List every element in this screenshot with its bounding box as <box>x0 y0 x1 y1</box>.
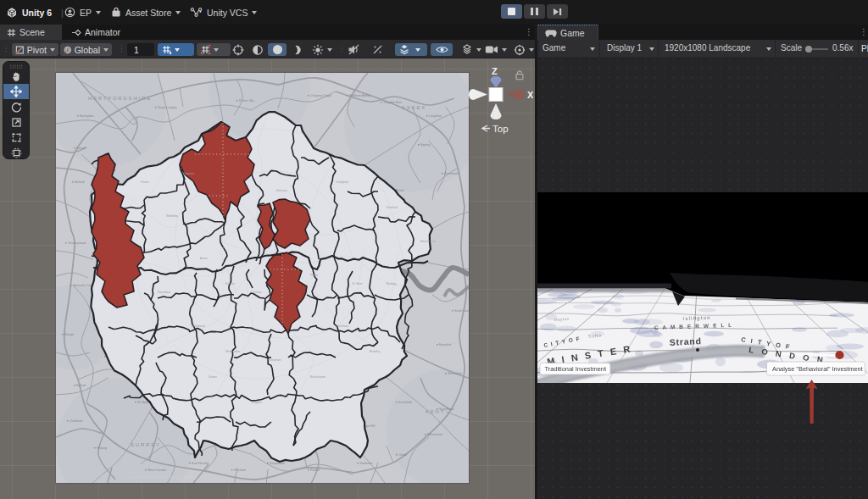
svg-text:Lewisham: Lewisham <box>336 324 348 328</box>
svg-text:Hornsey: Hornsey <box>276 189 287 192</box>
svg-text:Thoydon Bois: Thoydon Bois <box>383 101 402 104</box>
svg-text:Slough: Slough <box>64 333 74 336</box>
svg-text:Sutton: Sutton <box>209 375 217 379</box>
svg-text:Epping: Epping <box>420 143 430 147</box>
svg-text:Egham: Egham <box>76 384 86 387</box>
svg-text:Chelsea: Chelsea <box>251 291 262 294</box>
svg-text:Brentwood: Brentwood <box>444 172 459 175</box>
svg-text:Richmond: Richmond <box>192 324 204 328</box>
svg-text:Knockholt: Knockholt <box>398 401 412 404</box>
svg-text:Traditional Investment: Traditional Investment <box>545 365 606 373</box>
svg-text:Shoreham: Shoreham <box>448 372 462 375</box>
svg-text:South Darenth: South Darenth <box>454 309 469 313</box>
svg-text:Westerham: Westerham <box>427 433 442 436</box>
svg-text:Potters Bar: Potters Bar <box>239 99 255 103</box>
svg-text:Fulham: Fulham <box>225 282 235 286</box>
svg-text:SURREY: SURREY <box>131 442 161 447</box>
svg-text:Waltham Abbey: Waltham Abbey <box>349 94 370 97</box>
svg-text:Analyse "Behavioral" Investmen: Analyse "Behavioral" Investment <box>772 365 863 373</box>
svg-text:Fetcham: Fetcham <box>234 469 246 472</box>
svg-text:Croydon: Croydon <box>251 401 262 404</box>
svg-text:East Horsley: East Horsley <box>192 462 209 465</box>
svg-text:Z: Z <box>492 66 498 76</box>
svg-text:Hounslow: Hounslow <box>158 291 170 294</box>
svg-text:Batford: Batford <box>75 180 85 184</box>
svg-text:Sarratt: Sarratt <box>76 147 86 150</box>
svg-text:Edgware: Edgware <box>183 172 194 175</box>
svg-text:Pinner: Pinner <box>141 180 150 184</box>
svg-text:Kings Langley: Kings Langley <box>158 106 177 109</box>
svg-text:Chobham: Chobham <box>70 419 83 423</box>
svg-text:Wembley: Wembley <box>166 214 178 218</box>
svg-text:Barking: Barking <box>387 282 397 286</box>
svg-text:E. Ham: E. Ham <box>353 282 362 286</box>
svg-text:Woking: Woking <box>97 446 107 450</box>
svg-text:Kingswood: Kingswood <box>270 462 285 465</box>
svg-text:West Clandon: West Clandon <box>147 469 167 472</box>
svg-text:Romford: Romford <box>387 206 398 209</box>
svg-text:Godstone: Godstone <box>359 462 373 465</box>
svg-text:Wimbledon: Wimbledon <box>225 350 240 353</box>
svg-text:Oxted: Oxted <box>398 453 407 457</box>
svg-text:Chipping Ongar: Chipping Ongar <box>310 94 332 97</box>
svg-text:Sevenoaks: Sevenoaks <box>439 408 454 411</box>
svg-text:Streatham: Streatham <box>268 358 281 362</box>
svg-text:islington: islington <box>683 315 711 321</box>
svg-text:HERTFORDSHIRE: HERTFORDSHIRE <box>88 96 152 101</box>
svg-text:Eynsford: Eynsford <box>439 343 451 347</box>
svg-text:Chorleywood: Chorleywood <box>68 241 86 245</box>
svg-text:Boringdon: Boringdon <box>80 114 93 118</box>
svg-text:Gerrards Cross: Gerrards Cross <box>73 284 94 287</box>
svg-text:Bromley: Bromley <box>370 350 381 353</box>
svg-text:Strand: Strand <box>669 335 702 347</box>
svg-text:Beckenham: Beckenham <box>310 375 326 379</box>
svg-text:Acton: Acton <box>200 257 208 260</box>
svg-text:Chingford: Chingford <box>336 180 348 184</box>
svg-text:Hornchurch: Hornchurch <box>420 240 436 243</box>
svg-text:X: X <box>527 90 533 100</box>
svg-text:Redhill: Redhill <box>310 469 320 472</box>
svg-text:Poplar: Poplar <box>310 274 320 277</box>
svg-text:Top: Top <box>492 124 509 134</box>
